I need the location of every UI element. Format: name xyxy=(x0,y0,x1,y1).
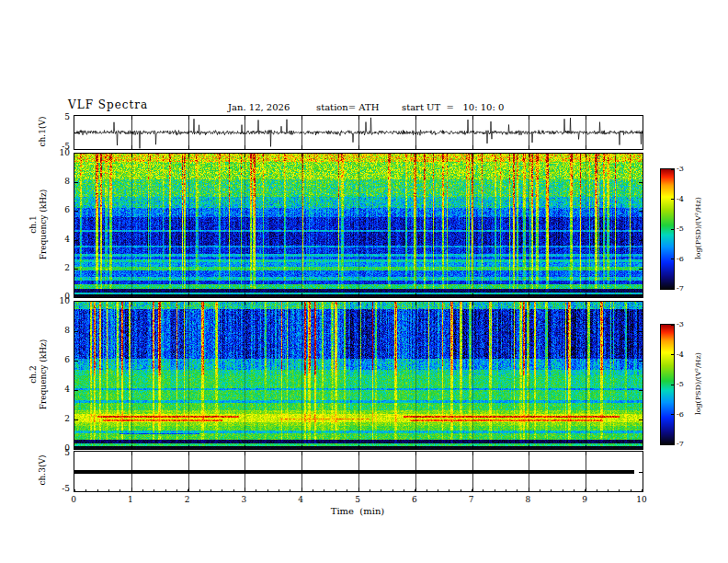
ch1-wave-axis-label: ch.1(V) xyxy=(38,117,48,147)
figure-title: VLF Spectra xyxy=(68,98,148,111)
vlf-spectra-figure: VLF Spectra Jan. 12, 2026 station= ATH s… xyxy=(0,0,728,563)
colorbar2-tick-label: -7 xyxy=(677,440,684,448)
ch1-spectrogram-panel xyxy=(74,153,643,298)
time-tick-label: 6 xyxy=(412,495,417,504)
time-tick-label: 7 xyxy=(469,495,474,504)
time-tick-label: 9 xyxy=(582,495,587,504)
ch1-volt-min-label: -5 xyxy=(62,142,70,151)
freq-tick-label: 6 xyxy=(64,205,70,214)
colorbar1-tick-label: -4 xyxy=(677,194,684,202)
ch1-spec-axis-label-line2: Frequency (kHz) xyxy=(39,190,49,260)
colorbar1-tick-label: -3 xyxy=(677,165,684,173)
freq-tick-label: 4 xyxy=(64,235,70,244)
ch3-volt-min-label: -5 xyxy=(62,484,70,493)
time-tick-label: 5 xyxy=(355,495,360,504)
colorbar-ch2-label: log(PSD)/(V²/Hz) xyxy=(694,352,703,415)
ch2-spectrogram-panel xyxy=(74,301,643,450)
time-tick-label: 3 xyxy=(242,495,247,504)
freq-tick-label: 4 xyxy=(64,385,70,394)
ch2-spec-axis-label: ch.2 Frequency (kHz) xyxy=(28,339,50,410)
ch1-waveform-panel xyxy=(74,115,643,150)
colorbar1-tick-label: -6 xyxy=(677,254,684,262)
header-station: station= ATH xyxy=(316,102,379,112)
ch2-spec-axis-label-line1: ch.2 xyxy=(28,339,39,410)
header-start-ut: start UT = 10: 10: 0 xyxy=(402,102,504,112)
freq-tick-label: 8 xyxy=(64,177,70,186)
colorbar1-tick-label: -5 xyxy=(677,224,684,233)
time-tick-label: 0 xyxy=(71,495,76,504)
colorbar1-tick-label: -7 xyxy=(677,284,684,293)
time-tick-label: 2 xyxy=(185,495,190,504)
time-tick-label: 4 xyxy=(298,495,303,504)
ch3-wave-axis-label: ch.3(V) xyxy=(38,455,48,486)
freq-tick-label: 2 xyxy=(64,263,70,272)
ch1-spec-axis-label-line1: ch.1 xyxy=(28,190,39,260)
colorbar-ch1-label: log(PSD)/(V²/Hz) xyxy=(694,197,703,259)
ch2-spec-axis-label-line2: Frequency (kHz) xyxy=(39,339,49,410)
freq-tick-label: 2 xyxy=(64,414,70,423)
time-axis-label: Time (min) xyxy=(331,506,385,516)
ch3-waveform-panel xyxy=(74,451,643,492)
colorbar2-tick-label: -6 xyxy=(677,409,684,418)
colorbar-ch1 xyxy=(660,168,675,290)
time-tick-label: 1 xyxy=(128,495,133,504)
time-tick-label: 8 xyxy=(526,495,531,504)
ch3-volt-max-label: 5 xyxy=(64,448,70,457)
colorbar2-tick-label: -3 xyxy=(677,320,684,328)
header-date: Jan. 12, 2026 xyxy=(228,102,290,112)
colorbar2-tick-label: -5 xyxy=(677,380,684,388)
colorbar2-tick-label: -4 xyxy=(677,350,684,358)
freq-tick-label: 10 xyxy=(60,296,70,305)
time-tick-label: 10 xyxy=(636,495,646,504)
ch1-spec-axis-label: ch.1 Frequency (kHz) xyxy=(28,190,50,260)
ch1-volt-max-label: 5 xyxy=(64,112,70,121)
freq-tick-label: 8 xyxy=(64,326,70,335)
colorbar-ch2 xyxy=(660,324,675,445)
freq-tick-label: 6 xyxy=(64,355,70,364)
